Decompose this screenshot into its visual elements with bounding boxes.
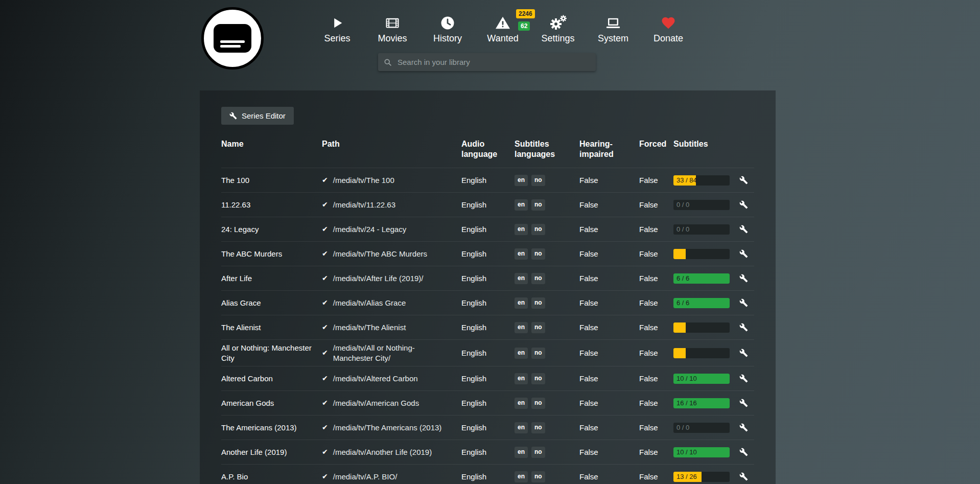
series-name[interactable]: The Alienist [221,322,322,333]
series-path: ✔ /media/tv/Altered Carbon [322,374,461,384]
logo-screen-shape [214,24,251,53]
check-icon: ✔ [322,398,328,407]
check-icon: ✔ [322,472,328,481]
language-badge: no [531,348,545,359]
subtitles-progress-bar: 0 / 0 [673,423,730,433]
hearing-impaired-value: False [579,273,639,284]
series-path: ✔ /media/tv/Another Life (2019) [322,447,461,457]
edit-series-button[interactable] [735,472,748,481]
subtitles-progress-bar: 33 / 84 [673,175,730,186]
edit-series-button[interactable] [735,399,748,407]
nav-item-wanted[interactable]: 2246 62 Wanted [475,12,530,44]
nav-item-settings[interactable]: Settings [530,12,586,44]
series-name[interactable]: 11.22.63 [221,200,322,210]
edit-series-button[interactable] [735,349,748,357]
edit-series-button[interactable] [735,249,748,258]
series-path-text: /media/tv/Another Life (2019) [333,447,432,457]
edit-series-button[interactable] [735,274,748,283]
wrench-icon [739,374,748,383]
edit-series-button[interactable] [735,448,748,456]
forced-value: False [639,472,673,482]
series-path: ✔ /media/tv/After Life (2019)/ [322,273,461,284]
check-icon: ✔ [322,249,328,258]
header-subtitles-languages: Subtitles languages [515,139,579,159]
progress-fill [673,322,686,333]
table-row: The 100 ✔ /media/tv/The 100 English enno… [221,168,754,192]
main-nav: Series Movies [310,12,696,44]
logo-subtitle-line [220,40,245,43]
edit-series-button[interactable] [735,200,748,209]
series-name[interactable]: The ABC Murders [221,249,322,259]
nav-item-movies[interactable]: Movies [365,12,420,44]
series-editor-button[interactable]: Series Editor [221,107,294,125]
subtitles-languages-badges: enno [515,272,579,284]
series-name[interactable]: All or Nothing: Manchester City [221,343,322,363]
nav-label: System [586,33,641,44]
series-name[interactable]: A.P. Bio [221,472,322,482]
edit-series-button[interactable] [735,298,748,307]
series-name[interactable]: American Gods [221,398,322,408]
hearing-impaired-value: False [579,249,639,259]
forced-value: False [639,348,673,358]
series-name[interactable]: The Americans (2013) [221,423,322,433]
search-input[interactable] [396,57,596,67]
nav-label: Series [310,33,365,44]
subtitles-languages-badges: enno [515,223,579,235]
progress-label: 0 / 0 [676,200,689,209]
language-badge: no [531,373,545,384]
hearing-impaired-value: False [579,322,639,333]
bazarr-logo[interactable] [201,7,264,70]
check-icon: ✔ [322,447,328,456]
series-name[interactable]: Alias Grace [221,298,322,308]
series-name[interactable]: The 100 [221,175,322,186]
series-name[interactable]: 24: Legacy [221,224,322,235]
wrench-icon [229,112,237,120]
forced-value: False [639,273,673,284]
audio-language-value: English [461,200,515,210]
subtitles-progress-bar: 10 / 10 [673,374,730,384]
series-path-text: /media/tv/11.22.63 [333,200,395,210]
series-path-text: /media/tv/All or Nothing- Manchester Cit… [333,343,455,363]
language-badge: no [531,199,545,211]
series-path-text: /media/tv/24 - Legacy [333,224,406,235]
table-row: The Alienist ✔ /media/tv/The Alienist En… [221,315,754,339]
series-name[interactable]: Another Life (2019) [221,447,322,457]
edit-series-button[interactable] [735,176,748,185]
forced-value: False [639,398,673,408]
forced-value: False [639,200,673,210]
wrench-icon [739,448,748,456]
nav-item-history[interactable]: History [420,12,475,44]
nav-item-series[interactable]: Series [310,12,365,44]
edit-series-button[interactable] [735,225,748,234]
series-path-text: /media/tv/The Americans (2013) [333,423,442,433]
series-editor-label: Series Editor [242,111,286,120]
series-name[interactable]: After Life [221,273,322,284]
series-name[interactable]: Altered Carbon [221,374,322,384]
header-audio-language: Audio language [461,139,515,159]
subtitles-languages-badges: enno [515,422,579,433]
series-path-text: /media/tv/The Alienist [333,322,406,333]
edit-series-button[interactable] [735,374,748,383]
subtitles-progress-bar: 6 / 6 [673,273,730,284]
nav-label: Donate [641,33,696,44]
audio-language-value: English [461,322,515,333]
subtitles-languages-badges: enno [515,297,579,309]
gears-icon [530,12,586,31]
check-icon: ✔ [322,423,328,432]
nav-item-system[interactable]: System [586,12,641,44]
series-list-panel: Series Editor Name Path Audio language S… [200,90,776,484]
table-row: 11.22.63 ✔ /media/tv/11.22.63 English en… [221,192,754,217]
wrench-icon [739,249,748,258]
forced-value: False [639,175,673,186]
header-hearing-impaired: Hearing-impaired [579,139,639,159]
nav-item-donate[interactable]: Donate [641,12,696,44]
series-path: ✔ /media/tv/A.P. BIO/ [322,472,461,482]
laptop-icon [586,12,641,31]
header-forced: Forced [639,139,673,149]
edit-series-button[interactable] [735,423,748,432]
progress-label: 6 / 6 [676,298,689,307]
play-icon [310,12,365,31]
edit-series-button[interactable] [735,323,748,332]
table-row: The ABC Murders ✔ /media/tv/The ABC Murd… [221,241,754,266]
table-row: A.P. Bio ✔ /media/tv/A.P. BIO/ English e… [221,464,754,484]
